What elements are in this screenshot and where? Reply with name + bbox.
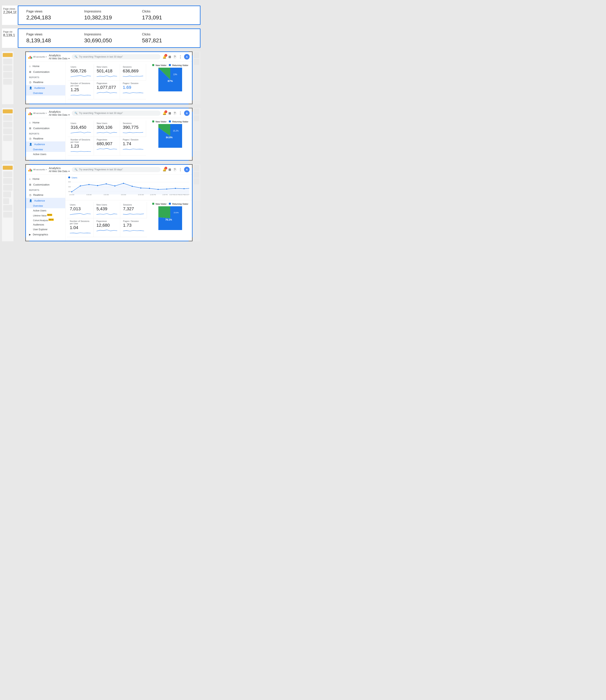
nav-realtime-2[interactable]: ◷ Realtime bbox=[26, 136, 65, 141]
nav-customization-2[interactable]: ⊞ Customization bbox=[26, 126, 65, 131]
nav-cohortanalysis-3[interactable]: Cohort AnalysisBETA bbox=[26, 218, 65, 223]
metric-users-label-3: Users bbox=[70, 204, 91, 206]
grid-icon-1[interactable]: ⊞ bbox=[168, 55, 171, 59]
metric-users-value-1: 508,726 bbox=[71, 68, 91, 73]
svg-text:84.8%: 84.8% bbox=[166, 136, 172, 139]
grid-icon-2[interactable]: ⊞ bbox=[168, 111, 171, 115]
metric-newusers-label-2: New Users bbox=[97, 122, 117, 125]
nav-activeusers-2[interactable]: Active Users bbox=[26, 152, 65, 157]
sparkline-pageviews-3 bbox=[96, 228, 117, 232]
analytics-section-3: All accounts > Analytics All Web Site Da… bbox=[2, 164, 201, 241]
nav-realtime-3[interactable]: ◷ Realtime bbox=[26, 192, 65, 198]
nav-customization-3[interactable]: ⊞ Customization bbox=[26, 182, 65, 187]
bell-icon-2[interactable]: 🔔 1 bbox=[163, 111, 166, 115]
bracket-bl-2 bbox=[25, 157, 29, 161]
nav-audiences-3[interactable]: Audiences bbox=[26, 222, 65, 227]
panel-body-1: ⌂ Home ⊞ Customization REPORTS ◷ Realtim… bbox=[26, 62, 192, 104]
svg-point-17 bbox=[88, 184, 89, 185]
svg-point-25 bbox=[158, 189, 159, 190]
analytics-section-2: All accounts > Analytics All Web Site Da… bbox=[2, 108, 201, 161]
bell-icon-1[interactable]: 🔔 1 bbox=[163, 55, 166, 59]
metric-pagespersess-value-2: 1.74 bbox=[123, 141, 143, 146]
help-icon-2[interactable]: ? bbox=[173, 111, 177, 115]
home-label-3: Home bbox=[32, 177, 40, 180]
search-bar-1[interactable]: 🔍 Try searching "Pageviews in last 30 da… bbox=[72, 54, 161, 59]
nav-home-3[interactable]: ⌂ Home bbox=[26, 176, 65, 182]
bracket-tr-3 bbox=[189, 164, 192, 168]
bell-icon-3[interactable]: 🔔 1 bbox=[163, 167, 166, 172]
main-metrics-2: Users 316,450 New Users 300,106 bbox=[66, 118, 148, 160]
audience-label-2: Audience bbox=[34, 143, 45, 146]
logo-icon-1 bbox=[28, 55, 32, 59]
chevron-icon-1 bbox=[68, 58, 70, 59]
search-bar-2[interactable]: 🔍 Try searching "Pageviews in last 30 da… bbox=[72, 111, 161, 116]
svg-text:12:00 PM: 12:00 PM bbox=[150, 194, 156, 196]
stat-clicks-2: Clicks 587,821 bbox=[138, 32, 196, 44]
metric-newusers-label-1: New Users bbox=[97, 66, 117, 68]
account-name-1: All Web Site Data bbox=[49, 57, 67, 60]
metric-sessions-label-2: Sessions bbox=[123, 122, 143, 125]
stat-label-impressions-1: Impressions bbox=[84, 10, 134, 13]
right-sidebar-blur-2 bbox=[192, 108, 201, 161]
nav-overview-1[interactable]: Overview bbox=[26, 91, 65, 95]
nav-home-2[interactable]: ⌂ Home bbox=[26, 120, 65, 126]
nav-home-1[interactable]: ⌂ Home bbox=[26, 63, 65, 69]
account-row-1[interactable]: All Web Site Data bbox=[49, 57, 70, 60]
svg-text:76.1%: 76.1% bbox=[165, 218, 172, 221]
nav-userexplorer-3[interactable]: User Explorer bbox=[26, 227, 65, 232]
search-icon-3: 🔍 bbox=[74, 168, 77, 171]
account-row-2[interactable]: All Web Site Data bbox=[49, 114, 70, 116]
metric-pagespersess-1: Pages / Session 1.69 bbox=[120, 81, 146, 99]
sparkline-sessperuser-2 bbox=[71, 149, 91, 153]
nav-audience-1[interactable]: 👤 Audience bbox=[26, 85, 65, 91]
metric-sessions-label-3: Sessions bbox=[123, 204, 144, 206]
pie-area-2: New Visitor Returning Visitor bbox=[148, 118, 192, 160]
nav-overview-2[interactable]: Overview bbox=[26, 147, 65, 152]
demographics-label-3: Demographics bbox=[33, 233, 48, 236]
dots-icon-3[interactable]: ⋮ bbox=[179, 167, 182, 172]
audience-icon-2: 👤 bbox=[29, 143, 32, 146]
metric-users-label-1: Users bbox=[71, 66, 91, 68]
metric-sessperuser-label-1: Number of Sessions per User bbox=[71, 82, 91, 87]
help-icon-1[interactable]: ? bbox=[173, 55, 177, 59]
sparkline-newusers-3 bbox=[96, 212, 117, 216]
left-sidebar-blur-3 bbox=[2, 164, 14, 241]
nav-realtime-1[interactable]: ◷ Realtime bbox=[26, 79, 65, 85]
metric-sessions-3: Sessions 7,327 bbox=[120, 202, 147, 218]
analytics-logo-3: All accounts > bbox=[28, 167, 47, 172]
svg-point-27 bbox=[175, 188, 176, 189]
customization-icon-3: ⊞ bbox=[29, 183, 31, 186]
help-icon-3[interactable]: ? bbox=[173, 168, 177, 171]
nav-overview-3[interactable]: Overview bbox=[26, 204, 65, 208]
stat-value-pageviews-2: 8,139,148 bbox=[26, 37, 76, 44]
grid-icon-3[interactable]: ⊞ bbox=[168, 168, 171, 172]
account-selector-1[interactable]: Analytics bbox=[49, 53, 70, 57]
left-nav-1: ⌂ Home ⊞ Customization REPORTS ◷ Realtim… bbox=[26, 62, 66, 104]
metric-pagespersess-value-3: 1.73 bbox=[123, 223, 144, 228]
dots-icon-2[interactable]: ⋮ bbox=[179, 111, 182, 115]
customization-label-2: Customization bbox=[33, 127, 49, 130]
bracket-tr-1 bbox=[189, 51, 192, 55]
nav-demographics-3[interactable]: ▶ Demographics bbox=[26, 232, 65, 238]
breadcrumb-2: All accounts > bbox=[33, 112, 47, 114]
nav-lifetimevalue-3[interactable]: Lifetime ValueBETA bbox=[26, 213, 65, 218]
metrics-grid-2: Users 316,450 New Users 300,106 bbox=[68, 120, 146, 156]
nav-audience-2[interactable]: 👤 Audience bbox=[26, 141, 65, 147]
metric-sessperuser-1: Number of Sessions per User 1.25 bbox=[68, 81, 94, 99]
account-row-3[interactable]: All Web Site Data bbox=[49, 170, 70, 173]
demographics-chevron-3: ▶ bbox=[29, 233, 31, 236]
nav-customization-1[interactable]: ⊞ Customization bbox=[26, 69, 65, 75]
svg-text:4:00 AM: 4:00 AM bbox=[86, 194, 92, 196]
nav-audience-3[interactable]: 👤 Audience bbox=[26, 198, 65, 204]
realtime-icon-1: ◷ bbox=[29, 81, 31, 84]
nav-activeusers-3[interactable]: Active Users bbox=[26, 208, 65, 213]
dots-icon-1[interactable]: ⋮ bbox=[179, 54, 182, 59]
left-sidebar-blur-1 bbox=[2, 51, 14, 104]
sparkline-pagespersess-2 bbox=[123, 147, 143, 151]
search-bar-3[interactable]: 🔍 Try searching "Pageviews in last 30 da… bbox=[72, 167, 161, 172]
pie-chart-3: 76.1% 23.9% bbox=[158, 206, 182, 230]
svg-text:200: 200 bbox=[68, 191, 71, 193]
metric-pagespersess-value-1: 1.69 bbox=[123, 85, 143, 90]
topbar-icons-2: 🔔 1 ⊞ ? ⋮ A bbox=[163, 110, 190, 116]
customization-icon-1: ⊞ bbox=[29, 70, 31, 73]
